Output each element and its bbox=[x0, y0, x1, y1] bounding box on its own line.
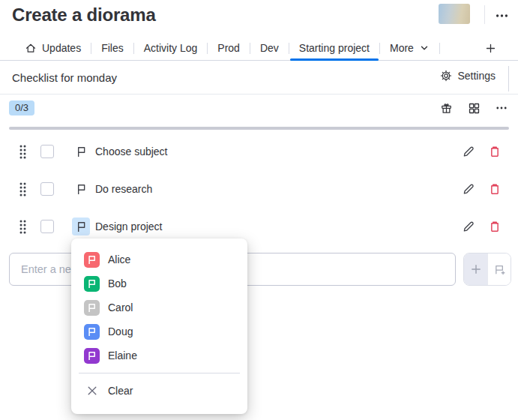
drag-handle[interactable] bbox=[18, 182, 28, 197]
flag-option-label: Doug bbox=[108, 326, 133, 338]
tab-label: More bbox=[390, 42, 414, 54]
chevron-down-icon bbox=[419, 43, 430, 53]
flag-option-carol[interactable]: Carol bbox=[71, 296, 247, 320]
checklist-toolbar: 0/3 bbox=[0, 96, 518, 124]
tab-label: Activity Log bbox=[144, 42, 198, 54]
grid-icon bbox=[468, 102, 481, 115]
item-checkbox[interactable] bbox=[40, 182, 54, 196]
edit-item-button[interactable] bbox=[461, 220, 475, 234]
layout-button[interactable] bbox=[466, 100, 481, 116]
flag-badge-icon bbox=[84, 348, 100, 364]
checklist-item-row: Do research bbox=[0, 170, 518, 208]
delete-item-button[interactable] bbox=[487, 182, 502, 196]
tab-starting-project[interactable]: Starting project bbox=[289, 36, 379, 60]
trash-icon bbox=[488, 220, 502, 233]
checklist-menu-button[interactable] bbox=[494, 100, 509, 116]
flag-icon bbox=[75, 146, 88, 158]
item-label: Design project bbox=[95, 220, 163, 232]
tab-dev[interactable]: Dev bbox=[250, 36, 289, 60]
plus-icon bbox=[470, 263, 482, 275]
tab-updates[interactable]: Updates bbox=[15, 36, 91, 60]
header-divider bbox=[484, 5, 485, 24]
item-label: Do research bbox=[95, 183, 152, 195]
tab-label: Prod bbox=[217, 42, 240, 54]
flag-assignee-menu: Alice Bob Carol Doug Elaine bbox=[71, 238, 247, 414]
add-tab-button[interactable] bbox=[481, 38, 500, 58]
close-icon bbox=[84, 385, 100, 397]
checklist: Choose subject bbox=[0, 133, 518, 245]
pencil-icon bbox=[462, 220, 475, 233]
page-title: Create a diorama bbox=[12, 4, 156, 26]
flag-option-bob[interactable]: Bob bbox=[71, 272, 247, 296]
plus-icon bbox=[485, 43, 496, 54]
widget-title: Checklist for monday bbox=[12, 71, 117, 84]
delete-item-button[interactable] bbox=[487, 145, 502, 159]
ellipsis-icon bbox=[496, 102, 508, 114]
widget-header: Checklist for monday Settings bbox=[0, 62, 518, 94]
item-checkbox[interactable] bbox=[40, 145, 54, 158]
trash-icon bbox=[488, 182, 502, 196]
flag-option-label: Alice bbox=[108, 254, 130, 266]
flag-badge-icon bbox=[84, 276, 100, 292]
drag-handle[interactable] bbox=[18, 219, 28, 235]
new-item-actions bbox=[463, 253, 511, 286]
tab-label: Files bbox=[101, 42, 124, 54]
item-flag-button[interactable] bbox=[72, 218, 90, 236]
item-label: Choose subject bbox=[95, 146, 168, 158]
home-icon bbox=[25, 42, 37, 54]
flag-option-alice[interactable]: Alice bbox=[71, 248, 247, 272]
trash-icon bbox=[488, 145, 502, 158]
flag-option-label: Elaine bbox=[108, 350, 137, 362]
flag-icon bbox=[75, 220, 88, 233]
flag-option-elaine[interactable]: Elaine bbox=[71, 344, 247, 368]
flag-badge-icon bbox=[84, 252, 100, 268]
menu-divider bbox=[79, 373, 240, 374]
tab-bar: Updates Files Activity Log Prod Dev Star… bbox=[0, 36, 518, 61]
flag-icon bbox=[75, 183, 88, 196]
flag-option-label: Bob bbox=[108, 278, 127, 290]
flag-option-doug[interactable]: Doug bbox=[71, 320, 247, 344]
tab-label: Dev bbox=[260, 42, 279, 54]
pencil-icon bbox=[462, 145, 475, 158]
tab-more[interactable]: More bbox=[380, 36, 439, 60]
flag-option-label: Carol bbox=[108, 302, 133, 314]
flag-plus-icon bbox=[493, 263, 506, 276]
tab-files[interactable]: Files bbox=[91, 36, 133, 60]
delete-item-button[interactable] bbox=[487, 220, 502, 234]
drag-handle[interactable] bbox=[18, 144, 28, 160]
tab-activity-log[interactable]: Activity Log bbox=[134, 36, 208, 60]
panel-divider bbox=[508, 66, 509, 92]
gear-icon bbox=[440, 70, 452, 82]
add-item-button[interactable] bbox=[464, 254, 487, 285]
gift-icon bbox=[440, 102, 453, 115]
settings-button[interactable]: Settings bbox=[440, 70, 496, 82]
add-item-flag-button[interactable] bbox=[487, 254, 511, 285]
board-view: Create a diorama Updates Files Activity … bbox=[0, 0, 518, 420]
tab-separator bbox=[439, 43, 440, 54]
flag-badge-icon bbox=[84, 324, 100, 340]
flag-badge-icon bbox=[84, 300, 100, 316]
tab-prod[interactable]: Prod bbox=[208, 36, 250, 60]
edit-item-button[interactable] bbox=[461, 145, 475, 159]
edit-item-button[interactable] bbox=[461, 182, 475, 196]
tab-label: Updates bbox=[42, 42, 81, 54]
checklist-item-row: Choose subject bbox=[0, 133, 518, 170]
ellipsis-icon bbox=[496, 10, 508, 22]
tab-label: Starting project bbox=[299, 42, 370, 54]
item-checkbox[interactable] bbox=[40, 220, 54, 233]
item-flag-button[interactable] bbox=[72, 180, 90, 198]
clear-label: Clear bbox=[108, 385, 133, 397]
avatar[interactable] bbox=[439, 4, 470, 24]
progress-count-badge: 0/3 bbox=[9, 100, 34, 116]
gift-button[interactable] bbox=[439, 100, 454, 116]
pencil-icon bbox=[462, 182, 475, 196]
settings-label: Settings bbox=[457, 70, 496, 82]
clear-flag-button[interactable]: Clear bbox=[71, 379, 247, 403]
header-menu-button[interactable] bbox=[489, 6, 514, 26]
item-flag-button[interactable] bbox=[72, 142, 90, 160]
progress-bar bbox=[9, 127, 509, 130]
